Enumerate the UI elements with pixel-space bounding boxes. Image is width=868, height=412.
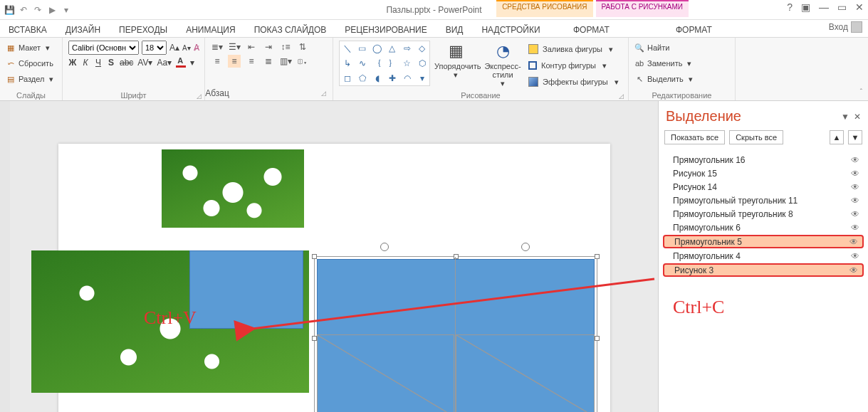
- font-color-button[interactable]: [176, 58, 186, 68]
- shape-right-triangle-2[interactable]: [456, 334, 595, 412]
- shape-right-triangle-1[interactable]: [317, 334, 454, 412]
- paragraph-dialog-launcher[interactable]: ◿: [317, 87, 330, 100]
- shape-brace2-icon[interactable]: ｝: [388, 57, 397, 69]
- shape-plus-icon[interactable]: ✚: [389, 73, 396, 83]
- show-all-button[interactable]: Показать все: [664, 130, 725, 144]
- shape-round-icon[interactable]: ◖: [375, 73, 380, 83]
- shape-line-icon[interactable]: ＼: [343, 43, 352, 55]
- pane-options-icon[interactable]: ▼: [841, 112, 849, 122]
- line-spacing-button[interactable]: ↕≡: [279, 41, 292, 53]
- decrease-font-icon[interactable]: A▾: [182, 44, 191, 52]
- align-center-button[interactable]: ≡: [228, 55, 241, 68]
- visibility-toggle-icon[interactable]: 👁: [851, 182, 859, 192]
- shape-rect-icon[interactable]: ▭: [358, 43, 366, 53]
- shape-elbow-icon[interactable]: ↳: [344, 58, 351, 68]
- shape-fill-button[interactable]: Заливка фигуры ▾: [528, 42, 619, 56]
- drawing-dialog-launcher[interactable]: ◿: [619, 93, 624, 100]
- select-button[interactable]: ↖ Выделить ▾: [634, 72, 729, 86]
- resize-handle[interactable]: [312, 254, 317, 259]
- slide-layout-button[interactable]: ▦ Макет ▾: [6, 41, 56, 55]
- bullets-button[interactable]: ≣▾: [211, 41, 224, 53]
- arrange-button[interactable]: ▦ Упорядочить▾: [434, 41, 477, 91]
- italic-button[interactable]: К: [81, 58, 90, 68]
- shape-star-icon[interactable]: ☆: [403, 58, 411, 68]
- collapse-ribbon-icon[interactable]: ˆ: [860, 88, 862, 96]
- visibility-toggle-icon[interactable]: 👁: [851, 251, 859, 261]
- maximize-icon[interactable]: ▭: [837, 1, 847, 13]
- tab-design[interactable]: ДИЗАЙН: [63, 23, 103, 37]
- slide-reset-button[interactable]: ⤺ Сбросить: [6, 56, 56, 70]
- list-item-selected[interactable]: Прямоугольник 5👁: [663, 235, 864, 248]
- shape-hex-icon[interactable]: ⬡: [419, 58, 426, 68]
- change-case-button[interactable]: Aa▾: [157, 58, 172, 68]
- sign-in[interactable]: Вход: [829, 21, 862, 33]
- shape-arc-icon[interactable]: ◠: [404, 73, 411, 83]
- visibility-toggle-icon[interactable]: 👁: [851, 155, 859, 165]
- shape-pent-icon[interactable]: ⬠: [359, 73, 366, 83]
- shape-curve-icon[interactable]: ∿: [359, 58, 366, 68]
- list-item[interactable]: Прямоугольник 6👁: [663, 221, 864, 234]
- move-up-button[interactable]: ▲: [830, 130, 844, 144]
- ribbon-display-icon[interactable]: ▣: [801, 1, 810, 13]
- align-text-button[interactable]: ⎅▾: [296, 55, 309, 68]
- text-direction-button[interactable]: ⇅: [296, 41, 309, 53]
- underline-button[interactable]: Ч: [94, 58, 103, 68]
- picture-small-daisies[interactable]: [162, 149, 304, 228]
- font-family-select[interactable]: Calibri (Основн: [68, 41, 139, 55]
- slide-canvas-area[interactable]: Ctrl+V: [10, 101, 658, 412]
- pane-close-icon[interactable]: ✕: [854, 112, 861, 122]
- list-item[interactable]: Прямоугольник 16👁: [663, 153, 864, 167]
- font-size-select[interactable]: 18: [142, 41, 167, 55]
- align-left-button[interactable]: ≡: [211, 55, 224, 68]
- bold-button[interactable]: Ж: [68, 58, 77, 68]
- shape-ellipse-icon[interactable]: ◯: [372, 43, 382, 53]
- find-button[interactable]: 🔍 Найти: [634, 41, 729, 55]
- visibility-toggle-icon[interactable]: 👁: [851, 169, 859, 179]
- list-item[interactable]: Прямоугольник 4👁: [663, 249, 864, 263]
- list-item[interactable]: Рисунок 14👁: [663, 180, 864, 194]
- shape-more-icon[interactable]: ▾: [420, 73, 424, 83]
- context-tab-drawing-tools[interactable]: СРЕДСТВА РИСОВАНИЯ: [496, 0, 592, 17]
- tab-view[interactable]: ВИД: [443, 23, 466, 37]
- qat-undo-icon[interactable]: ↶: [17, 5, 30, 15]
- hide-all-button[interactable]: Скрыть все: [729, 130, 783, 144]
- clear-format-icon[interactable]: A̷: [194, 43, 199, 53]
- shape-effects-button[interactable]: Эффекты фигуры ▾: [528, 75, 619, 89]
- shape-callout-icon[interactable]: ◻: [344, 73, 351, 83]
- resize-handle[interactable]: [595, 336, 600, 341]
- strike-button[interactable]: abc: [120, 58, 133, 68]
- tab-insert[interactable]: ВСТАВКА: [6, 23, 50, 37]
- replace-button[interactable]: ab Заменить ▾: [634, 56, 729, 70]
- slide-section-button[interactable]: ▤ Раздел ▾: [6, 72, 56, 86]
- close-icon[interactable]: ✕: [855, 1, 864, 13]
- shapes-gallery[interactable]: ＼ ▭ ◯ △ ⇨ ◇ ↳ ∿ ｛ ｝ ☆ ⬡ ◻ ⬠ ◖ ✚ ◠: [339, 41, 430, 86]
- justify-button[interactable]: ≣: [262, 55, 275, 68]
- list-item[interactable]: Рисунок 15👁: [663, 167, 864, 180]
- qat-more-icon[interactable]: ▾: [60, 5, 73, 15]
- resize-handle[interactable]: [312, 336, 317, 341]
- decrease-indent-button[interactable]: ⇤: [245, 41, 258, 53]
- visibility-toggle-icon[interactable]: 👁: [849, 265, 858, 275]
- numbering-button[interactable]: ☰▾: [228, 41, 241, 53]
- shape-brace-icon[interactable]: ｛: [373, 57, 382, 69]
- increase-indent-button[interactable]: ⇥: [262, 41, 275, 53]
- columns-button[interactable]: ▥▾: [279, 55, 292, 68]
- visibility-toggle-icon[interactable]: 👁: [849, 237, 858, 247]
- visibility-toggle-icon[interactable]: 👁: [851, 223, 859, 233]
- list-item-selected[interactable]: Рисунок 3👁: [663, 263, 864, 277]
- shadow-button[interactable]: S: [107, 58, 115, 68]
- tab-addins[interactable]: НАДСТРОЙКИ: [479, 23, 543, 37]
- tab-slideshow[interactable]: ПОКАЗ СЛАЙДОВ: [251, 23, 330, 37]
- help-icon[interactable]: ?: [787, 1, 793, 13]
- shape-arrow-icon[interactable]: ⇨: [404, 43, 411, 53]
- qat-start-icon[interactable]: ▶: [46, 5, 58, 15]
- align-right-button[interactable]: ≡: [245, 55, 258, 68]
- qat-save-icon[interactable]: 💾: [3, 5, 16, 15]
- shape-rectangle-small[interactable]: [189, 250, 303, 329]
- increase-font-icon[interactable]: A▴: [169, 43, 179, 53]
- shape-diamond-icon[interactable]: ◇: [419, 43, 425, 53]
- list-item[interactable]: Прямоугольный треугольник 11👁: [663, 194, 864, 207]
- move-down-button[interactable]: ▼: [848, 130, 862, 144]
- rotate-handle-icon[interactable]: [380, 243, 389, 251]
- quick-styles-button[interactable]: ◔ Экспресс-стили▾: [481, 41, 524, 91]
